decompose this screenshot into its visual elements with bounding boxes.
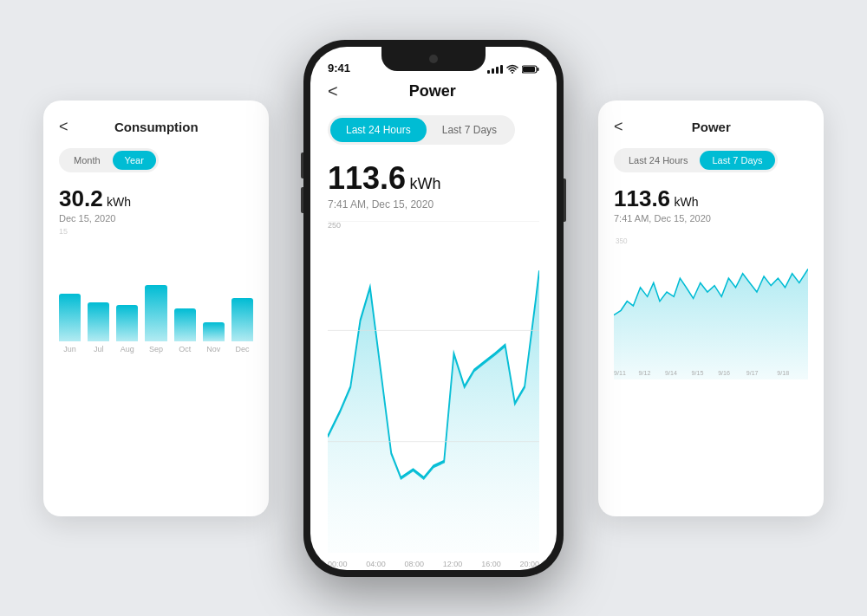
phone-24h-btn[interactable]: Last 24 Hours: [330, 118, 427, 142]
bar-aug-fill: [116, 305, 138, 341]
left-card-stat: 30.2 kWh: [59, 186, 253, 211]
bar-aug-label: Aug: [121, 345, 134, 353]
bar-dec-fill: [231, 298, 253, 341]
left-card-unit: kWh: [107, 195, 131, 209]
right-card-toggle-group: Last 24 Hours Last 7 Days: [614, 148, 778, 172]
x-label-16: 16:00: [481, 560, 501, 568]
status-time: 9:41: [328, 62, 350, 75]
x-label-12: 12:00: [443, 560, 463, 568]
status-icons: [487, 64, 539, 75]
left-card: < Consumption Month Year 30.2 kWh Dec 15…: [43, 101, 269, 516]
right-card-date: 7:41 AM, Dec 15, 2020: [614, 213, 808, 224]
phone-7d-btn[interactable]: Last 7 Days: [427, 118, 512, 142]
right-card-back-arrow[interactable]: <: [614, 118, 623, 136]
bar-dec-label: Dec: [235, 345, 249, 353]
bar-oct-label: Oct: [179, 345, 191, 353]
signal-bar-4: [500, 65, 503, 74]
phone-chart-svg: [328, 221, 539, 553]
right-card-header: < Power: [614, 118, 808, 136]
battery-icon: [522, 64, 539, 75]
svg-text:350: 350: [616, 237, 628, 245]
power-button[interactable]: [564, 178, 566, 222]
chart-x-labels: 00:00 04:00 08:00 12:00 16:00 20:00: [328, 560, 539, 568]
camera-dot: [429, 55, 438, 63]
scene: < Consumption Month Year 30.2 kWh Dec 15…: [43, 23, 824, 594]
signal-bar-2: [492, 68, 494, 74]
phone-y-label: 250: [328, 221, 341, 230]
left-bar-chart: Jun Jul Aug Sep Oct Nov: [59, 232, 253, 371]
bar-oct: Oct: [174, 308, 196, 353]
wifi-icon: [506, 64, 518, 75]
bar-oct-fill: [174, 308, 196, 341]
bar-jul: Jul: [88, 302, 109, 353]
right-card-7d-btn[interactable]: Last 7 Days: [700, 151, 774, 170]
left-card-date: Dec 15, 2020: [59, 213, 253, 224]
bar-dec: Dec: [231, 298, 253, 353]
bar-jul-fill: [88, 302, 109, 341]
app-title: Power: [347, 82, 518, 101]
signal-bar-1: [487, 70, 490, 74]
phone-stat: 113.6 kWh: [328, 160, 539, 197]
x-label-20: 20:00: [519, 560, 539, 568]
svg-text:9/17: 9/17: [746, 369, 759, 377]
right-chart-svg: 350 9/11 9/12 9/14 9/15 9/16 9/17 9/18: [614, 232, 808, 379]
svg-rect-10: [538, 68, 539, 71]
x-label-4: 04:00: [366, 560, 386, 568]
volume-up-button[interactable]: [301, 152, 303, 178]
signal-icon: [487, 65, 503, 74]
signal-bar-3: [496, 67, 499, 74]
left-card-month-btn[interactable]: Month: [62, 151, 113, 170]
left-card-header: < Consumption: [59, 118, 253, 136]
right-card-unit: kWh: [675, 195, 699, 209]
left-card-toggle-group: Month Year: [59, 148, 159, 172]
phone-main-chart: 250: [328, 221, 539, 553]
svg-text:9/15: 9/15: [692, 369, 704, 377]
right-card-title: Power: [630, 120, 792, 134]
phone-screen: 9:41: [310, 47, 557, 570]
right-card-24h-btn[interactable]: Last 24 Hours: [616, 151, 700, 170]
svg-text:9/14: 9/14: [665, 369, 677, 377]
x-label-0: 00:00: [328, 560, 348, 568]
bar-aug: Aug: [116, 305, 138, 353]
svg-text:9/18: 9/18: [777, 369, 789, 377]
phone-stat-date: 7:41 AM, Dec 15, 2020: [328, 198, 539, 211]
bar-jun: Jun: [59, 294, 81, 353]
right-line-chart: 350 9/11 9/12 9/14 9/15 9/16 9/17 9/18: [614, 232, 808, 379]
phone-stat-unit: kWh: [410, 175, 441, 192]
bar-jul-label: Jul: [94, 345, 104, 353]
svg-text:9/11: 9/11: [614, 369, 626, 377]
bar-sep: Sep: [145, 285, 166, 353]
svg-text:9/12: 9/12: [639, 369, 651, 377]
app-header: < Power: [328, 78, 539, 101]
left-card-value: 30.2: [59, 185, 103, 211]
phone-stat-value: 113.6: [328, 160, 406, 196]
left-card-back-arrow[interactable]: <: [59, 118, 68, 136]
phone-toggle-group: Last 24 Hours Last 7 Days: [328, 115, 515, 145]
bar-jun-label: Jun: [63, 345, 76, 353]
volume-down-button[interactable]: [301, 187, 303, 213]
left-card-title: Consumption: [75, 120, 238, 134]
svg-marker-12: [328, 270, 539, 553]
left-card-year-btn[interactable]: Year: [113, 151, 156, 170]
x-label-8: 08:00: [405, 560, 425, 568]
bar-nov: Nov: [203, 322, 225, 353]
right-card: < Power Last 24 Hours Last 7 Days 113.6 …: [598, 101, 824, 516]
app-content: < Power Last 24 Hours Last 7 Days 113.6 …: [310, 78, 557, 570]
app-back-arrow[interactable]: <: [328, 81, 338, 101]
phone-outer: 9:41: [303, 40, 564, 577]
right-card-stat: 113.6 kWh: [614, 186, 808, 211]
bar-sep-label: Sep: [149, 345, 163, 353]
bar-sep-fill: [145, 285, 166, 341]
bar-jun-fill: [59, 294, 81, 341]
svg-marker-0: [614, 269, 808, 380]
bar-nov-label: Nov: [206, 345, 220, 353]
svg-text:9/16: 9/16: [718, 369, 730, 377]
svg-rect-11: [523, 67, 535, 72]
bar-nov-fill: [203, 322, 225, 341]
phone-notch: [381, 47, 486, 71]
phone: 9:41: [303, 40, 564, 577]
right-card-value: 113.6: [614, 185, 670, 211]
